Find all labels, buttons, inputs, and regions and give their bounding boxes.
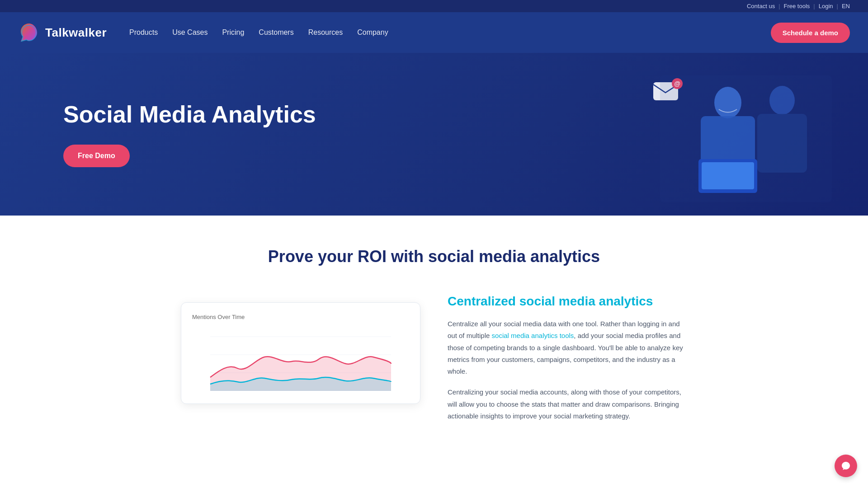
login-link[interactable]: Login — [819, 3, 833, 9]
feature-title: Centralized social media analytics — [448, 293, 687, 309]
hero-content: Social Media Analytics Free Demo — [63, 101, 316, 167]
divider-1: | — [778, 3, 780, 9]
nav-link-resources[interactable]: Resources — [308, 28, 343, 37]
divider-3: | — [837, 3, 838, 9]
nav-link-products[interactable]: Products — [129, 28, 158, 37]
feature-paragraph-2: Centralizing your social media accounts,… — [448, 386, 687, 422]
main-content: Prove your ROI with social media analyti… — [0, 216, 868, 458]
col-left: Mentions Over Time — [181, 293, 420, 429]
hero-illustration: @ — [642, 66, 832, 202]
hero-title: Social Media Analytics — [63, 101, 316, 128]
free-tools-link[interactable]: Free tools — [784, 3, 810, 9]
svg-point-4 — [714, 87, 741, 118]
svg-point-8 — [769, 86, 795, 115]
nav-link-pricing[interactable]: Pricing — [222, 28, 244, 37]
feature-paragraph-1: Centralize all your social media data wi… — [448, 318, 687, 377]
nav-link-use-cases[interactable]: Use Cases — [172, 28, 208, 37]
section-title: Prove your ROI with social media analyti… — [0, 247, 868, 266]
nav-left: Talkwalker Products Use Cases Pricing Cu… — [18, 22, 388, 43]
free-demo-button[interactable]: Free Demo — [63, 145, 130, 167]
nav-link-company[interactable]: Company — [357, 28, 388, 37]
chart-label: Mentions Over Time — [192, 314, 409, 320]
logo-text: Talkwalker — [45, 26, 107, 40]
nav-links: Products Use Cases Pricing Customers Res… — [129, 28, 388, 37]
hero-people-illustration — [660, 75, 832, 202]
language-selector[interactable]: EN — [842, 3, 850, 9]
col-right: Centralized social media analytics Centr… — [448, 293, 687, 431]
nav-link-customers[interactable]: Customers — [259, 28, 293, 37]
chart-card: Mentions Over Time — [181, 302, 420, 404]
top-bar: Contact us | Free tools | Login | EN — [0, 0, 868, 12]
two-column-section: Mentions Over Time Centralized s — [163, 293, 705, 431]
main-nav: Talkwalker Products Use Cases Pricing Cu… — [0, 12, 868, 53]
schedule-demo-button[interactable]: Schedule a demo — [771, 23, 850, 43]
contact-us-link[interactable]: Contact us — [747, 3, 775, 9]
hero-section: Social Media Analytics Free Demo @ — [0, 53, 868, 216]
svg-rect-7 — [702, 162, 754, 189]
social-media-tools-link[interactable]: social media analytics tools — [492, 332, 574, 339]
talkwalker-logo-icon — [18, 22, 40, 43]
svg-rect-9 — [757, 114, 807, 173]
divider-2: | — [813, 3, 815, 9]
logo-link[interactable]: Talkwalker — [18, 22, 107, 43]
mentions-over-time-chart — [192, 328, 409, 391]
